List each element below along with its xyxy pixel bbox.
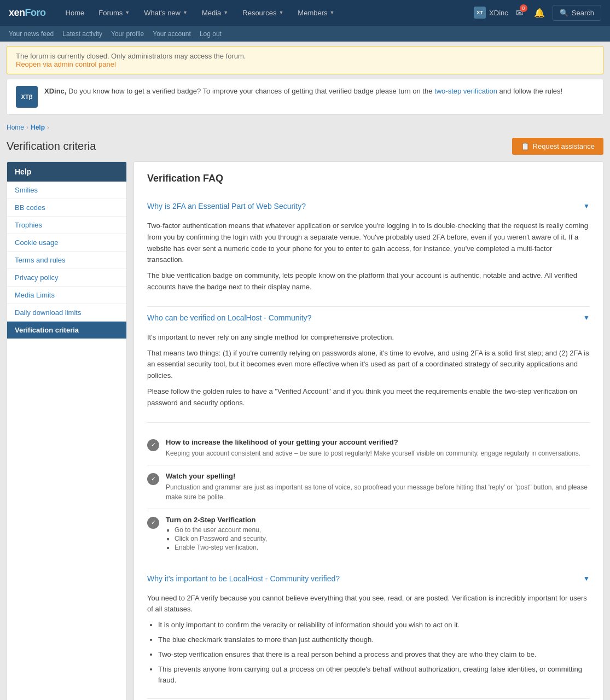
sidebar-item-trophies[interactable]: Trophies xyxy=(7,217,126,234)
content-area: Verification FAQ Why is 2FA an Essential… xyxy=(133,161,603,700)
faq-question-2: Who can be verified on LocalHost - Commu… xyxy=(147,313,311,322)
logo[interactable]: xenForo xyxy=(9,7,46,19)
faq-body-2: It's important to never rely on any sing… xyxy=(147,329,590,422)
sidebar-item-verification[interactable]: Verification criteria xyxy=(7,322,126,339)
user-menu[interactable]: XT XDinc xyxy=(474,7,508,19)
check-list-item-3-2: Click on Password and security, xyxy=(175,535,267,542)
request-icon: 📋 xyxy=(521,142,530,150)
info-message: Do you know how to get a verified badge?… xyxy=(68,87,432,95)
sidebar-item-cookie-usage[interactable]: Cookie usage xyxy=(7,234,126,252)
subnav-logout[interactable]: Log out xyxy=(200,30,222,38)
info-avatar: XTβ xyxy=(16,86,38,108)
sidebar-item-smilies[interactable]: Smilies xyxy=(7,182,126,199)
faq-para-2-2: That means two things: (1) if you're cur… xyxy=(147,348,590,382)
nav-media[interactable]: Media ▼ xyxy=(195,4,235,21)
nav-resources[interactable]: Resources ▼ xyxy=(236,4,290,21)
subnav-news-feed[interactable]: Your news feed xyxy=(9,30,54,38)
check-content-2: Watch your spelling! Punctuation and gra… xyxy=(166,472,590,502)
faq-title: Verification FAQ xyxy=(147,173,590,184)
alert-banner: The forum is currently closed. Only admi… xyxy=(7,46,603,74)
page-header: Verification criteria 📋 Request assistan… xyxy=(0,136,610,161)
check-title-1: How to increase the likelihood of your g… xyxy=(166,438,580,446)
breadcrumb: Home › Help › xyxy=(0,119,610,136)
check-content-1: How to increase the likelihood of your g… xyxy=(166,438,580,458)
faq-bullet-3-1: It is only important to confirm the vera… xyxy=(158,620,590,631)
request-label: Request assistance xyxy=(533,142,595,150)
chevron-down-icon-3: ▼ xyxy=(583,575,590,582)
chevron-down-icon-1: ▼ xyxy=(583,202,590,210)
check-item-3: ✓ Turn on 2-Step Verification Go to the … xyxy=(147,509,590,559)
check-icon-1: ✓ xyxy=(147,439,159,451)
check-item-2: ✓ Watch your spelling! Punctuation and g… xyxy=(147,465,590,509)
faq-bullet-3-2: The blue checkmark translates to more th… xyxy=(158,634,590,646)
nav-whats-new[interactable]: What's new ▼ xyxy=(137,4,194,21)
check-list-3: Go to the user account menu, Click on Pa… xyxy=(175,526,267,551)
faq-question-3: Why it's important to be LocalHost - Com… xyxy=(147,574,340,583)
sidebar: Help Smilies BB codes Trophies Cookie us… xyxy=(7,161,127,700)
search-button[interactable]: 🔍 Search xyxy=(553,5,601,21)
nav-forums[interactable]: Forums ▼ xyxy=(92,4,136,21)
check-content-3: Turn on 2-Step Verification Go to the us… xyxy=(166,516,267,552)
subnav-account[interactable]: Your account xyxy=(153,30,191,38)
sidebar-item-media-limits[interactable]: Media Limits xyxy=(7,287,126,304)
sidebar-item-bb-codes[interactable]: BB codes xyxy=(7,199,126,217)
check-icon-3: ✓ xyxy=(147,517,159,529)
check-desc-2: Punctuation and grammar are just as impo… xyxy=(166,482,590,502)
subnav-profile[interactable]: Your profile xyxy=(111,30,144,38)
faq-header-1[interactable]: Why is 2FA an Essential Part of Web Secu… xyxy=(147,195,590,217)
notification-badge: 8 xyxy=(520,4,527,12)
top-navigation: xenForo Home Forums ▼ What's new ▼ Media… xyxy=(0,0,610,25)
username: XDinc xyxy=(489,9,508,17)
sidebar-title: Help xyxy=(7,162,126,182)
info-message-end: and follow the rules! xyxy=(499,87,563,95)
sidebar-item-privacy[interactable]: Privacy policy xyxy=(7,269,126,287)
nav-members[interactable]: Members ▼ xyxy=(291,4,341,21)
breadcrumb-help[interactable]: Help xyxy=(31,124,45,131)
faq-bullet-3-4: This prevents anyone from carrying out a… xyxy=(158,664,590,687)
check-title-2: Watch your spelling! xyxy=(166,472,590,480)
alert-message: The forum is currently closed. Only admi… xyxy=(16,52,246,60)
chevron-down-icon-2: ▼ xyxy=(583,314,590,322)
sidebar-item-terms[interactable]: Terms and rules xyxy=(7,252,126,269)
search-icon: 🔍 xyxy=(560,9,568,17)
check-item-1: ✓ How to increase the likelihood of your… xyxy=(147,431,590,465)
faq-body-3: You need to 2FA verify because you canno… xyxy=(147,590,590,699)
faq-bullet-3-3: Two-step verification ensures that there… xyxy=(158,649,590,661)
sub-navigation: Your news feed Latest activity Your prof… xyxy=(0,25,610,42)
two-step-link[interactable]: two-step verification xyxy=(434,87,497,95)
main-layout: Help Smilies BB codes Trophies Cookie us… xyxy=(0,161,610,700)
faq-para-1-2: The blue verification badge on community… xyxy=(147,270,590,293)
check-list-item-3-1: Go to the user account menu, xyxy=(175,526,267,534)
info-username: XDinc, xyxy=(44,87,66,95)
nav-home[interactable]: Home xyxy=(59,4,91,21)
faq-header-3[interactable]: Why it's important to be LocalHost - Com… xyxy=(147,568,590,590)
nav-items: Home Forums ▼ What's new ▼ Media ▼ Resou… xyxy=(59,4,474,21)
breadcrumb-sep1: › xyxy=(26,124,28,131)
request-assistance-button[interactable]: 📋 Request assistance xyxy=(512,138,603,155)
user-avatar: XT xyxy=(474,7,486,19)
check-desc-1: Keeping your account consistent and acti… xyxy=(166,448,580,458)
faq-bullets-3: It is only important to confirm the vera… xyxy=(158,620,590,686)
faq-section-2: Who can be verified on LocalHost - Commu… xyxy=(147,307,590,423)
search-label: Search xyxy=(572,9,594,17)
info-text: XDinc, Do you know how to get a verified… xyxy=(44,86,562,97)
alert-link[interactable]: Reopen via admin control panel xyxy=(16,60,116,68)
faq-para-2-1: It's important to never rely on any sing… xyxy=(147,332,590,343)
faq-body-1: Two-factor authentication means that wha… xyxy=(147,217,590,306)
faq-header-2[interactable]: Who can be verified on LocalHost - Commu… xyxy=(147,307,590,329)
check-icon-2: ✓ xyxy=(147,473,159,485)
faq-para-1-1: Two-factor authentication means that wha… xyxy=(147,220,590,266)
faq-para-3-1: You need to 2FA verify because you canno… xyxy=(147,593,590,616)
page-title: Verification criteria xyxy=(7,140,96,153)
breadcrumb-home[interactable]: Home xyxy=(7,124,24,131)
faq-section-1: Why is 2FA an Essential Part of Web Secu… xyxy=(147,195,590,307)
faq-section-3: Why it's important to be LocalHost - Com… xyxy=(147,568,590,699)
nav-right: XT XDinc ✉ 8 🔔 🔍 Search xyxy=(474,5,601,21)
info-banner: XTβ XDinc, Do you know how to get a veri… xyxy=(7,79,603,115)
sidebar-item-download-limits[interactable]: Daily download limits xyxy=(7,304,126,322)
checklist: ✓ How to increase the likelihood of your… xyxy=(147,431,590,559)
notifications-button[interactable]: ✉ 8 xyxy=(513,5,526,20)
alerts-button[interactable]: 🔔 xyxy=(531,5,548,20)
faq-question-1: Why is 2FA an Essential Part of Web Secu… xyxy=(147,202,306,211)
subnav-latest-activity[interactable]: Latest activity xyxy=(62,30,102,38)
